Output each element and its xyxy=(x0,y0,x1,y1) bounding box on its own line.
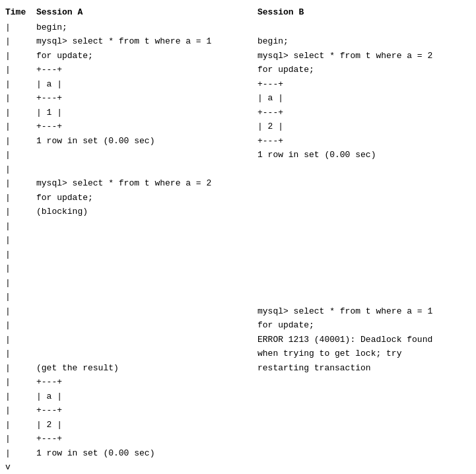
session-b-cell: mysql> select * from t where a = 2 xyxy=(257,49,476,63)
session-a-cell: | a | xyxy=(36,77,257,92)
table-row: |ERROR 1213 (40001): Deadlock found xyxy=(0,333,476,347)
table-row: || 1 |+---+ xyxy=(0,106,476,120)
session-a-cell: | a | xyxy=(36,389,257,404)
time-cell: | xyxy=(0,34,36,49)
table-row: |1 row in set (0.00 sec) xyxy=(0,446,476,461)
session-b-cell xyxy=(257,261,476,276)
table-row: | xyxy=(0,219,476,234)
time-cell: | xyxy=(0,361,36,376)
time-cell: | xyxy=(0,432,36,446)
time-cell: | xyxy=(0,233,36,248)
table-row: |for update;mysql> select * from t where… xyxy=(0,49,476,63)
session-a-cell: +---+ xyxy=(36,432,257,446)
session-a-cell: 1 row in set (0.00 sec) xyxy=(36,446,257,461)
session-a-cell: for update; xyxy=(36,191,257,205)
session-a-cell: (get the result) xyxy=(36,361,257,376)
session-a-cell: +---+ xyxy=(36,119,257,134)
session-a-cell xyxy=(36,261,257,276)
session-b-cell: begin; xyxy=(257,34,476,49)
time-cell: | xyxy=(0,49,36,63)
time-cell: | xyxy=(0,91,36,106)
session-b-cell: +---+ xyxy=(257,77,476,92)
time-cell: | xyxy=(0,418,36,432)
table-row: |+---+for update; xyxy=(0,63,476,77)
table-row: | xyxy=(0,261,476,276)
table-row: | xyxy=(0,290,476,304)
table-row: |for update; xyxy=(0,191,476,205)
session-b-cell xyxy=(257,418,476,432)
session-b-cell xyxy=(257,446,476,461)
time-cell: | xyxy=(0,261,36,276)
time-cell: | xyxy=(0,403,36,418)
table-row: | xyxy=(0,248,476,262)
session-a-cell: | 2 | xyxy=(36,418,257,432)
session-b-cell: mysql> select * from t where a = 1 xyxy=(257,304,476,319)
time-cell: | xyxy=(0,63,36,77)
table-row: |+---+ xyxy=(0,432,476,446)
session-b-cell: | 2 | xyxy=(257,119,476,134)
table-row: |begin; xyxy=(0,20,476,35)
session-b-cell xyxy=(257,290,476,304)
session-a-cell: +---+ xyxy=(36,91,257,106)
session-b-cell xyxy=(257,176,476,191)
table-row: | xyxy=(0,162,476,177)
session-b-cell: when trying to get lock; try xyxy=(257,347,476,361)
session-a-cell xyxy=(36,219,257,234)
session-b-cell: | a | xyxy=(257,91,476,106)
table-row: |(blocking) xyxy=(0,205,476,219)
session-b-cell xyxy=(257,20,476,35)
session-b-cell xyxy=(257,460,476,474)
session-b-cell xyxy=(257,162,476,177)
time-cell: | xyxy=(0,191,36,205)
time-cell: | xyxy=(0,389,36,404)
session-a-cell xyxy=(36,276,257,290)
session-a-cell: begin; xyxy=(36,20,257,35)
session-b-cell xyxy=(257,248,476,262)
session-a-cell xyxy=(36,333,257,347)
session-b-cell xyxy=(257,403,476,418)
time-cell: | xyxy=(0,205,36,219)
table-row: |1 row in set (0.00 sec)+---+ xyxy=(0,134,476,149)
table-row: |when trying to get lock; try xyxy=(0,347,476,361)
session-b-cell xyxy=(257,276,476,290)
session-b-cell: for update; xyxy=(257,63,476,77)
table-row: |mysql> select * from t where a = 2 xyxy=(0,176,476,191)
time-cell: | xyxy=(0,304,36,319)
table-row: | xyxy=(0,233,476,248)
table-row: |+---+| a | xyxy=(0,91,476,106)
time-cell: | xyxy=(0,176,36,191)
session-a-cell xyxy=(36,318,257,333)
session-a-cell: mysql> select * from t where a = 1 xyxy=(36,34,257,49)
time-cell: | xyxy=(0,290,36,304)
table-row: |+---+ xyxy=(0,375,476,389)
session-b-cell: for update; xyxy=(257,318,476,333)
table-row: |mysql> select * from t where a = 1 xyxy=(0,304,476,319)
session-b-cell: ERROR 1213 (40001): Deadlock found xyxy=(257,333,476,347)
table-row: || 2 | xyxy=(0,418,476,432)
time-cell: | xyxy=(0,20,36,35)
session-a-cell: for update; xyxy=(36,49,257,63)
table-row: |+---+ xyxy=(0,403,476,418)
session-a-cell xyxy=(36,347,257,361)
session-b-cell xyxy=(257,205,476,219)
table-row: |1 row in set (0.00 sec) xyxy=(0,148,476,162)
session-a-cell: +---+ xyxy=(36,63,257,77)
session-a-cell: (blocking) xyxy=(36,205,257,219)
time-cell: | xyxy=(0,375,36,389)
table-row: |mysql> select * from t where a = 1begin… xyxy=(0,34,476,49)
table-row: |for update; xyxy=(0,318,476,333)
session-b-cell xyxy=(257,191,476,205)
session-b-cell: +---+ xyxy=(257,106,476,120)
time-cell: | xyxy=(0,333,36,347)
table-row: | xyxy=(0,276,476,290)
time-cell: | xyxy=(0,134,36,149)
session-b-cell xyxy=(257,389,476,404)
session-a-cell xyxy=(36,162,257,177)
table-row: v xyxy=(0,460,476,474)
table-row: || a | xyxy=(0,389,476,404)
session-b-cell xyxy=(257,375,476,389)
time-cell: | xyxy=(0,77,36,92)
time-cell: | xyxy=(0,219,36,234)
time-cell: | xyxy=(0,446,36,461)
session-a-cell: | 1 | xyxy=(36,106,257,120)
